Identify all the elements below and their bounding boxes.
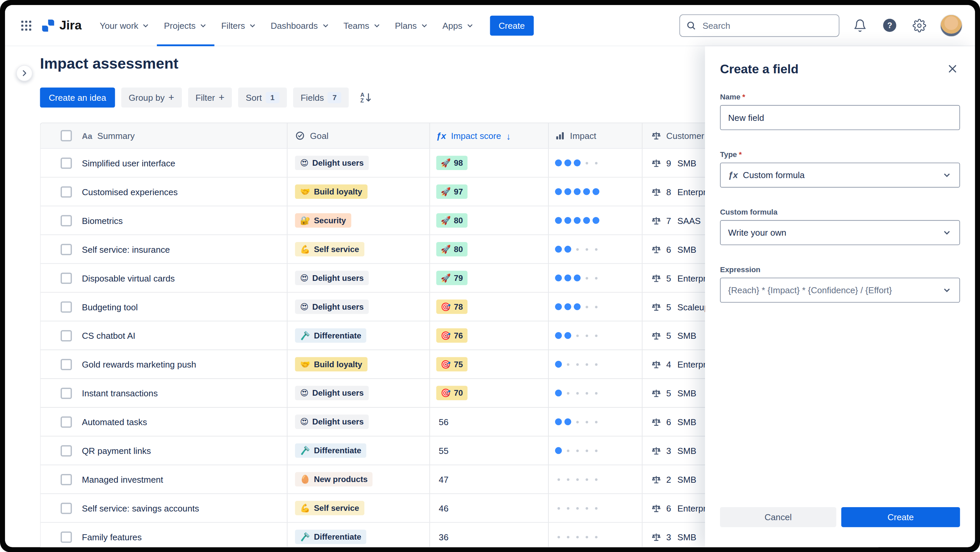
impact-cell[interactable] — [548, 408, 642, 436]
row-checkbox[interactable] — [60, 503, 72, 514]
jira-logo[interactable]: Jira — [41, 18, 82, 32]
search-box[interactable] — [679, 14, 840, 37]
idea-summary[interactable]: Self service: insurance — [82, 244, 170, 254]
goal-column-header[interactable]: Goal — [287, 123, 429, 148]
goal-cell[interactable]: 🥚 New products — [287, 465, 429, 493]
group-by-button[interactable]: Group by + — [121, 88, 182, 108]
idea-summary[interactable]: CS chatbot AI — [82, 330, 135, 340]
idea-summary[interactable]: Gold rewards marketing push — [82, 359, 196, 369]
impact-score-cell[interactable]: 🚀 98 — [429, 149, 548, 177]
impact-score-cell[interactable]: 🚀 79 — [429, 264, 548, 292]
summary-cell[interactable]: Biometrics — [77, 206, 287, 235]
row-checkbox[interactable] — [60, 330, 72, 341]
row-checkbox[interactable] — [60, 445, 72, 456]
goal-cell[interactable]: 🪒 Differentiate — [287, 523, 429, 547]
goal-cell[interactable]: 😍 Delight users — [287, 293, 429, 321]
summary-cell[interactable]: Instant transactions — [77, 379, 287, 407]
idea-summary[interactable]: Disposable virtual cards — [82, 273, 175, 283]
app-switcher-button[interactable] — [18, 17, 35, 34]
impact-score-cell[interactable]: 🎯 76 — [429, 321, 548, 349]
impact-cell[interactable] — [548, 494, 642, 522]
create-idea-button[interactable]: Create an idea — [40, 88, 115, 108]
row-checkbox[interactable] — [60, 186, 72, 198]
goal-cell[interactable]: 🔐 Security — [287, 206, 429, 235]
goal-cell[interactable]: 💪 Self service — [287, 494, 429, 522]
idea-summary[interactable]: Instant transactions — [82, 388, 158, 398]
nav-item-dashboards[interactable]: Dashboards — [264, 5, 337, 46]
impact-score-cell[interactable]: 🎯 78 — [429, 293, 548, 321]
row-checkbox[interactable] — [60, 474, 72, 485]
impact-score-cell[interactable]: 36 — [429, 523, 548, 547]
impact-score-cell[interactable]: 🚀 80 — [429, 206, 548, 235]
help-button[interactable]: ? — [881, 16, 899, 35]
idea-summary[interactable]: Customised experiences — [82, 187, 178, 197]
impact-cell[interactable] — [548, 293, 642, 321]
nav-item-projects[interactable]: Projects — [157, 5, 215, 46]
row-checkbox[interactable] — [60, 301, 72, 312]
fields-button[interactable]: Fields 7 — [293, 88, 349, 108]
summary-column-header[interactable]: Aa Summary — [77, 123, 287, 148]
goal-cell[interactable]: 🤝 Build loyalty — [287, 178, 429, 206]
row-checkbox[interactable] — [60, 273, 72, 284]
idea-summary[interactable]: Automated tasks — [82, 417, 147, 427]
impact-score-cell[interactable]: 🎯 75 — [429, 350, 548, 378]
nav-item-filters[interactable]: Filters — [215, 5, 264, 46]
impact-column-header[interactable]: Impact — [548, 123, 642, 148]
row-checkbox[interactable] — [60, 387, 72, 399]
summary-cell[interactable]: Automated tasks — [77, 408, 287, 436]
goal-cell[interactable]: 😍 Delight users — [287, 264, 429, 292]
filter-button[interactable]: Filter + — [188, 88, 232, 108]
impact-cell[interactable] — [548, 465, 642, 493]
impact-cell[interactable] — [548, 379, 642, 407]
goal-cell[interactable]: 🪒 Differentiate — [287, 437, 429, 464]
summary-cell[interactable]: Budgeting tool — [77, 293, 287, 321]
global-create-button[interactable]: Create — [490, 15, 534, 35]
row-checkbox[interactable] — [60, 157, 72, 169]
summary-cell[interactable]: QR payment links — [77, 437, 287, 464]
goal-cell[interactable]: 😍 Delight users — [287, 149, 429, 177]
search-input[interactable] — [701, 20, 832, 31]
goal-cell[interactable]: 😍 Delight users — [287, 408, 429, 436]
name-input[interactable] — [720, 105, 960, 130]
expression-select[interactable]: {Reach} * {Impact} * {Confidence} / {Eff… — [720, 278, 960, 303]
impact-score-column-header[interactable]: ƒx Impact score ↓ — [429, 123, 548, 148]
impact-score-cell[interactable]: 46 — [429, 494, 548, 522]
row-checkbox[interactable] — [60, 359, 72, 370]
row-checkbox[interactable] — [60, 215, 72, 226]
idea-summary[interactable]: Simplified user interface — [82, 158, 175, 168]
impact-score-cell[interactable]: 🎯 70 — [429, 379, 548, 407]
impact-cell[interactable] — [548, 235, 642, 263]
row-checkbox[interactable] — [60, 531, 72, 542]
nav-item-teams[interactable]: Teams — [337, 5, 388, 46]
nav-item-apps[interactable]: Apps — [436, 5, 481, 46]
impact-score-cell[interactable]: 🚀 97 — [429, 178, 548, 206]
nav-item-plans[interactable]: Plans — [388, 5, 436, 46]
summary-cell[interactable]: Self service: insurance — [77, 235, 287, 263]
summary-cell[interactable]: CS chatbot AI — [77, 321, 287, 349]
nav-item-your-work[interactable]: Your work — [93, 5, 157, 46]
goal-cell[interactable]: 💪 Self service — [287, 235, 429, 263]
summary-cell[interactable]: Gold rewards marketing push — [77, 350, 287, 378]
impact-cell[interactable] — [548, 149, 642, 177]
user-avatar[interactable] — [940, 14, 962, 37]
sort-button[interactable]: Sort 1 — [238, 88, 287, 108]
settings-button[interactable] — [910, 16, 929, 35]
custom-formula-select[interactable]: Write your own — [720, 220, 960, 246]
type-select[interactable]: ƒx Custom formula — [720, 163, 960, 188]
impact-score-cell[interactable]: 55 — [429, 437, 548, 464]
goal-cell[interactable]: 🤝 Build loyalty — [287, 350, 429, 378]
summary-cell[interactable]: Disposable virtual cards — [77, 264, 287, 292]
summary-cell[interactable]: Customised experiences — [77, 178, 287, 206]
impact-cell[interactable] — [548, 350, 642, 378]
impact-cell[interactable] — [548, 178, 642, 206]
row-checkbox[interactable] — [60, 244, 72, 255]
impact-cell[interactable] — [548, 206, 642, 235]
summary-cell[interactable]: Family features — [77, 523, 287, 547]
notifications-button[interactable] — [851, 16, 869, 35]
impact-cell[interactable] — [548, 523, 642, 547]
summary-cell[interactable]: Self service: savings accounts — [77, 494, 287, 522]
create-field-button[interactable]: Create — [841, 507, 960, 527]
sidebar-expand-button[interactable] — [16, 65, 33, 81]
row-checkbox[interactable] — [60, 416, 72, 428]
idea-summary[interactable]: Budgeting tool — [82, 302, 138, 312]
